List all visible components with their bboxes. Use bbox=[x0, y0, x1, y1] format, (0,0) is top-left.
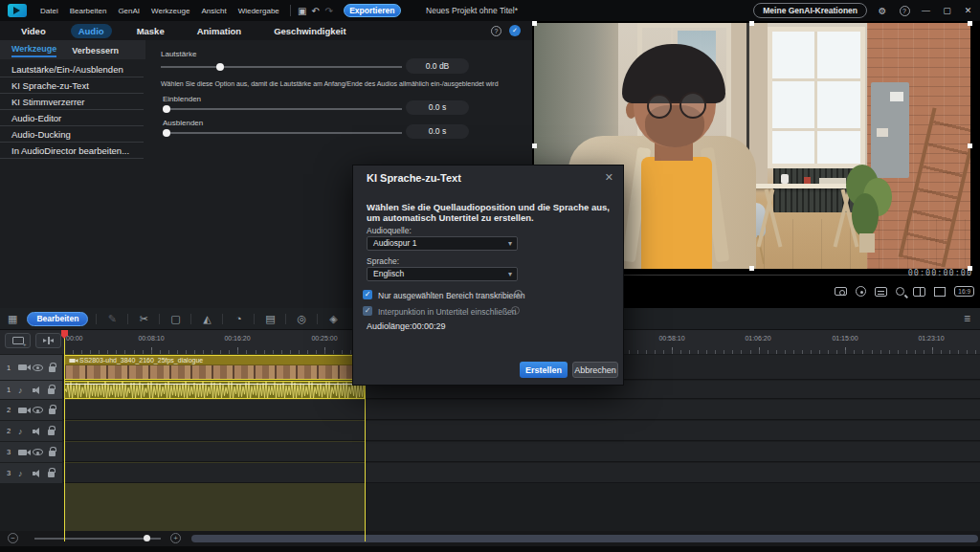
range-start-line[interactable] bbox=[64, 331, 65, 541]
tab-animation[interactable]: Animation bbox=[189, 24, 249, 38]
subtab-werkzeuge[interactable]: Werkzeuge bbox=[11, 44, 56, 57]
zoom-tool-icon[interactable] bbox=[896, 287, 904, 296]
volume-slider[interactable] bbox=[161, 66, 402, 68]
produce-range-icon[interactable]: ◎ bbox=[294, 313, 309, 325]
aspect-ratio-badge[interactable]: 16:9 bbox=[954, 286, 974, 297]
extract-frame-icon[interactable]: ▤ bbox=[262, 313, 278, 325]
snapshot-camera-icon[interactable] bbox=[835, 287, 847, 296]
track-lane[interactable] bbox=[63, 400, 980, 420]
menu-wiedergabe[interactable]: Wiedergabe bbox=[233, 0, 285, 21]
snap-playhead-button[interactable] bbox=[35, 333, 61, 348]
volume-keyframe-line[interactable] bbox=[65, 384, 364, 385]
save-icon[interactable]: ▣ bbox=[296, 0, 309, 21]
timeline-horizontal-scrollbar[interactable] bbox=[191, 535, 978, 542]
fade-out-value[interactable]: 0.0 s bbox=[406, 124, 469, 139]
tab-maske[interactable]: Maske bbox=[129, 24, 172, 38]
selection-handle[interactable] bbox=[532, 21, 537, 26]
sidebar-item[interactable]: KI Sprache-zu-Text bbox=[0, 77, 144, 94]
speaker-icon[interactable] bbox=[33, 428, 42, 435]
sidebar-item[interactable]: Lautstärke/Ein-/Ausblenden bbox=[0, 61, 144, 77]
track-lane[interactable] bbox=[63, 421, 980, 441]
edit-button[interactable]: Bearbeiten bbox=[27, 312, 88, 326]
lock-icon[interactable] bbox=[49, 451, 56, 456]
speaker-icon[interactable] bbox=[33, 386, 42, 394]
subtab-verbessern[interactable]: Verbessern bbox=[72, 46, 119, 57]
fade-in-slider[interactable] bbox=[163, 108, 402, 110]
selection-handle[interactable] bbox=[968, 21, 972, 26]
record-icon[interactable] bbox=[856, 286, 866, 297]
language-select[interactable]: Englisch▾ bbox=[367, 267, 518, 281]
volume-slider-thumb[interactable] bbox=[216, 63, 224, 71]
audio-clip[interactable] bbox=[64, 381, 365, 399]
cancel-button[interactable]: Abbrechen bbox=[572, 362, 618, 378]
range-select-button[interactable] bbox=[5, 333, 31, 348]
track-header[interactable]: 2♪ bbox=[0, 421, 62, 441]
track-header[interactable]: 3♪ bbox=[0, 463, 62, 483]
genai-creations-button[interactable]: Meine GenAI-Kreationen bbox=[753, 3, 867, 18]
menu-bearbeiten[interactable]: Bearbeiten bbox=[64, 0, 113, 21]
dialog-close-icon[interactable]: ✕ bbox=[605, 171, 613, 184]
split-screen-icon[interactable] bbox=[913, 287, 925, 297]
sidebar-item[interactable]: Audio-Ducking bbox=[0, 126, 144, 143]
track-header[interactable]: 1 bbox=[0, 355, 62, 380]
zoom-slider-thumb[interactable] bbox=[144, 535, 150, 541]
visibility-eye-icon[interactable] bbox=[33, 364, 43, 371]
track-header[interactable]: 2 bbox=[0, 400, 62, 420]
audio-source-select[interactable]: Audiospur 1▾ bbox=[367, 236, 518, 251]
track-manager-icon[interactable]: ▦ bbox=[8, 313, 17, 325]
fade-in-value[interactable]: 0.0 s bbox=[406, 100, 469, 115]
sidebar-item[interactable]: KI Stimmverzerrer bbox=[0, 94, 144, 110]
tab-audio[interactable]: Audio bbox=[71, 24, 112, 38]
lock-icon[interactable] bbox=[48, 472, 55, 477]
volume-value[interactable]: 0.0 dB bbox=[406, 58, 469, 74]
punctuation-checkbox[interactable]: ✓ bbox=[363, 306, 372, 316]
restore-button[interactable]: ▢ bbox=[941, 6, 953, 15]
help-icon[interactable]: ? bbox=[898, 0, 911, 21]
track-header[interactable]: 1♪ bbox=[0, 381, 62, 399]
menu-werkzeuge[interactable]: Werkzeuge bbox=[145, 0, 195, 21]
info-icon[interactable]: i bbox=[511, 306, 520, 315]
pen-tool-icon[interactable]: ✎ bbox=[104, 313, 120, 325]
lock-icon[interactable] bbox=[49, 408, 56, 414]
tab-geschwindigkeit[interactable]: Geschwindigkeit bbox=[266, 24, 354, 38]
zoom-out-button[interactable]: − bbox=[8, 533, 18, 543]
redo-icon[interactable]: ↷ bbox=[323, 0, 336, 21]
undo-icon[interactable]: ↶ bbox=[309, 0, 323, 21]
transcribe-range-checkbox[interactable]: ✓ bbox=[363, 290, 372, 299]
create-button[interactable]: Erstellen bbox=[520, 362, 568, 378]
sidebar-item[interactable]: Audio-Editor bbox=[0, 110, 144, 126]
menu-ansicht[interactable]: Ansicht bbox=[195, 0, 232, 21]
track-header[interactable]: 3 bbox=[0, 442, 62, 462]
selection-handle[interactable] bbox=[968, 266, 972, 271]
selection-handle[interactable] bbox=[968, 144, 972, 148]
fade-out-thumb[interactable] bbox=[163, 129, 170, 137]
fullscreen-icon[interactable] bbox=[934, 287, 946, 297]
video-clip[interactable]: SS2803-uhd_3840_2160_25fps_dialogue bbox=[64, 355, 365, 380]
timeline-zoom-slider[interactable] bbox=[34, 538, 161, 540]
visibility-eye-icon[interactable] bbox=[33, 449, 43, 455]
zoom-in-button[interactable]: + bbox=[170, 533, 181, 543]
fade-in-thumb[interactable] bbox=[163, 105, 170, 113]
settings-gear-icon[interactable]: ⚙ bbox=[876, 0, 889, 21]
lock-icon[interactable] bbox=[48, 430, 55, 435]
track-lane[interactable] bbox=[63, 442, 980, 462]
track-lane[interactable] bbox=[63, 463, 980, 483]
keyframe-icon[interactable]: ◈ bbox=[325, 313, 341, 325]
tab-video[interactable]: Video bbox=[13, 24, 54, 38]
tab-help-icon[interactable]: ? bbox=[491, 26, 501, 36]
minimize-button[interactable]: — bbox=[920, 6, 932, 15]
visibility-eye-icon[interactable] bbox=[33, 407, 43, 413]
playhead-marker[interactable] bbox=[61, 330, 68, 336]
close-button[interactable]: ✕ bbox=[962, 6, 974, 15]
timeline-options-icon[interactable]: ≡ bbox=[964, 312, 970, 325]
speaker-icon[interactable] bbox=[33, 470, 42, 477]
menu-genai[interactable]: GenAI bbox=[112, 0, 145, 21]
fade-out-slider[interactable] bbox=[163, 132, 402, 134]
crop-trim-icon[interactable]: ▢ bbox=[167, 313, 183, 325]
list-icon[interactable] bbox=[875, 287, 887, 297]
lock-icon[interactable] bbox=[49, 366, 56, 372]
flip-mirror-icon[interactable]: ◭ bbox=[199, 313, 214, 325]
info-icon[interactable]: i bbox=[514, 290, 523, 298]
sidebar-item[interactable]: In AudioDirector bearbeiten... bbox=[0, 143, 144, 159]
split-scissors-icon[interactable]: ✂ bbox=[136, 313, 151, 325]
